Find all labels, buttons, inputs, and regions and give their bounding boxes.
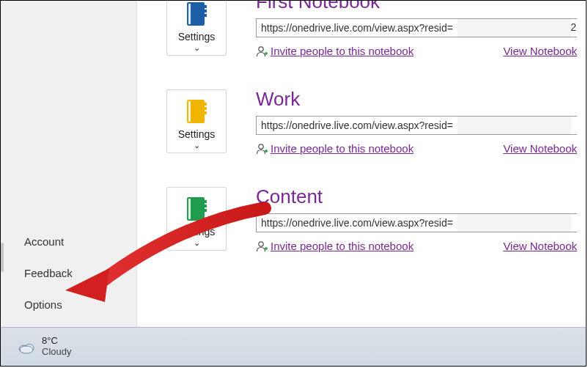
notebook-url-field[interactable]: https://onedrive.live.com/view.aspx?resi… xyxy=(256,116,577,135)
invite-link[interactable]: Invite people to this notebook xyxy=(271,45,414,57)
svg-point-21 xyxy=(259,241,263,246)
svg-rect-9 xyxy=(188,101,191,122)
sidebar-item-feedback[interactable]: Feedback xyxy=(1,257,136,289)
svg-rect-18 xyxy=(205,200,207,203)
invite-person-icon xyxy=(256,240,268,252)
invite-link[interactable]: Invite people to this notebook xyxy=(271,142,414,155)
sidebar-item-label: Options xyxy=(24,298,62,311)
separator xyxy=(1,327,586,328)
chevron-down-icon: ⌄ xyxy=(170,141,223,150)
cloud-icon xyxy=(17,339,36,354)
svg-rect-17 xyxy=(188,199,191,219)
chevron-down-icon: ⌄ xyxy=(170,239,223,247)
notebook-url-field[interactable]: https://onedrive.live.com/view.aspx?resi… xyxy=(256,18,577,37)
settings-label: Settings xyxy=(170,128,223,140)
invite-person-icon xyxy=(256,143,268,155)
svg-rect-3 xyxy=(205,10,207,12)
svg-rect-10 xyxy=(205,103,207,106)
url-text: https://onedrive.live.com/view.aspx?resi… xyxy=(261,119,453,131)
svg-rect-20 xyxy=(205,209,207,212)
notebook-icon xyxy=(185,1,207,26)
notebook-row: Settings ⌄ First Notebook https://onedri… xyxy=(166,1,586,57)
notebook-settings-button[interactable]: Settings ⌄ xyxy=(166,89,227,153)
content-panel: Settings ⌄ First Notebook https://onedri… xyxy=(137,1,586,328)
svg-point-13 xyxy=(259,144,263,148)
sidebar-item-options[interactable]: Options xyxy=(1,289,136,320)
notebook-title: First Notebook xyxy=(256,1,586,11)
sidebar-item-label: Account xyxy=(24,235,64,248)
svg-rect-11 xyxy=(205,107,207,110)
svg-rect-1 xyxy=(188,4,191,24)
notebook-icon xyxy=(185,99,207,124)
svg-rect-2 xyxy=(205,5,207,8)
notebook-row: Settings ⌄ Content https://onedrive.live… xyxy=(166,187,586,252)
notebook-url-field[interactable]: https://onedrive.live.com/view.aspx?resi… xyxy=(256,213,577,232)
view-notebook-link[interactable]: View Notebook xyxy=(503,45,577,57)
svg-point-5 xyxy=(259,46,263,51)
url-tail: 2 xyxy=(570,21,576,33)
redacted-region xyxy=(457,214,571,232)
view-notebook-link[interactable]: View Notebook xyxy=(503,142,577,155)
temperature: 8°C xyxy=(42,336,71,347)
notebook-title: Content xyxy=(256,187,586,206)
taskbar: 8°C Cloudy xyxy=(1,328,586,366)
invite-link[interactable]: Invite people to this notebook xyxy=(271,240,414,252)
sidebar: Account Feedback Options xyxy=(1,1,137,328)
svg-rect-12 xyxy=(205,111,207,114)
settings-label: Settings xyxy=(170,31,223,43)
sidebar-item-account[interactable]: Account xyxy=(1,226,136,257)
weather-widget[interactable]: 8°C Cloudy xyxy=(17,336,71,358)
weather-condition: Cloudy xyxy=(42,347,71,358)
chevron-down-icon: ⌄ xyxy=(170,44,223,52)
svg-point-26 xyxy=(20,346,33,353)
sidebar-item-label: Feedback xyxy=(24,267,73,279)
redacted-region xyxy=(457,117,571,134)
url-text: https://onedrive.live.com/view.aspx?resi… xyxy=(261,22,453,34)
svg-rect-19 xyxy=(205,205,207,207)
settings-label: Settings xyxy=(170,226,223,238)
notebook-settings-button[interactable]: Settings ⌄ xyxy=(166,1,227,56)
invite-person-icon xyxy=(256,45,268,57)
svg-rect-4 xyxy=(205,14,207,17)
notebook-row: Settings ⌄ Work https://onedrive.live.co… xyxy=(166,89,586,155)
url-text: https://onedrive.live.com/view.aspx?resi… xyxy=(261,217,453,229)
redacted-region xyxy=(457,19,571,37)
notebook-icon xyxy=(185,196,207,221)
view-notebook-link[interactable]: View Notebook xyxy=(503,240,577,252)
notebook-title: Work xyxy=(256,89,586,108)
notebook-settings-button[interactable]: Settings ⌄ xyxy=(166,187,227,251)
